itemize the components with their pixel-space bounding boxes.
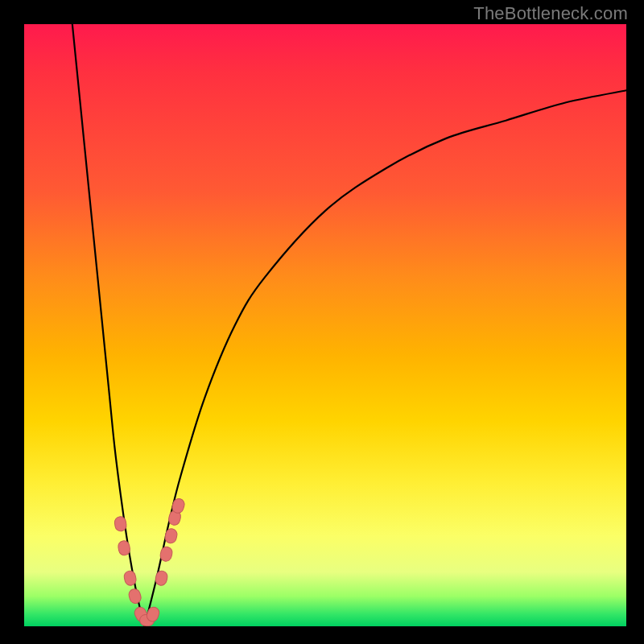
v-curve — [72, 24, 626, 626]
curve-left-branch — [72, 24, 145, 626]
bead-marker — [114, 516, 127, 532]
watermark-text: TheBottleneck.com — [473, 3, 628, 24]
plot-area — [24, 24, 626, 626]
bead-marker — [155, 570, 169, 587]
chart-frame: TheBottleneck.com — [0, 0, 644, 644]
bead-marker — [164, 527, 179, 544]
curve-layer — [24, 24, 626, 626]
bead-marker — [127, 588, 142, 605]
curve-right-branch — [145, 90, 626, 626]
